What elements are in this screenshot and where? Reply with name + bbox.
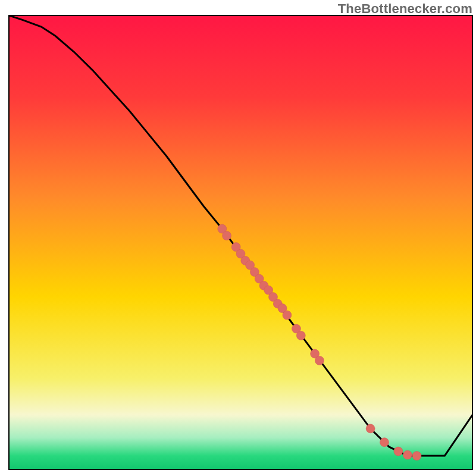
data-dot xyxy=(380,438,389,447)
plot-svg xyxy=(0,0,476,476)
data-dot xyxy=(394,447,403,456)
data-dot xyxy=(412,452,421,461)
data-dot xyxy=(223,231,231,240)
data-dot xyxy=(403,450,412,459)
data-dot xyxy=(283,311,292,320)
data-dot xyxy=(296,331,305,340)
gradient-background xyxy=(9,15,472,469)
data-dot xyxy=(315,356,324,365)
watermark-text: TheBottlenecker.com xyxy=(338,1,472,17)
data-dot xyxy=(366,424,375,433)
chart-canvas: TheBottlenecker.com xyxy=(0,0,476,476)
